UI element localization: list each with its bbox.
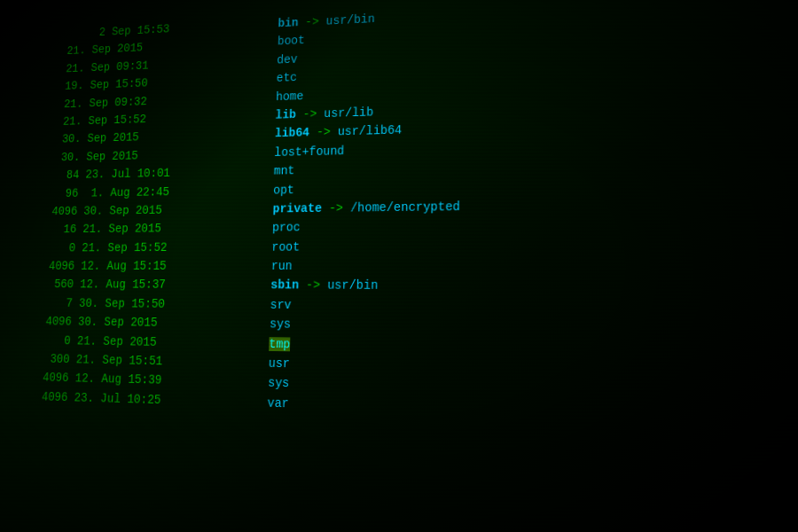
dir-name: home — [276, 87, 304, 106]
dir-name: etc — [276, 68, 297, 88]
line-meta: 4096 12. Aug 15:15 — [48, 256, 271, 276]
dir-name: tmp — [269, 334, 291, 355]
dir-name: srv — [270, 295, 291, 315]
dir-name: lib64 — [275, 123, 310, 143]
dir-name: opt — [273, 180, 294, 200]
line-meta: 16 21. Sep 2015 — [51, 218, 273, 239]
terminal-screen: 2 Sep 15:53 bin -> usr/bin 21. Sep 2015 … — [0, 0, 798, 532]
dir-name: bin — [278, 13, 299, 33]
terminal-content: 2 Sep 15:53 bin -> usr/bin 21. Sep 2015 … — [0, 0, 798, 532]
dir-name: usr — [268, 354, 290, 374]
dir-name: var — [267, 393, 289, 413]
terminal-line-14: 4096 12. Aug 15:15 run — [33, 255, 798, 277]
line-meta: 560 12. Aug 15:37 — [47, 276, 270, 295]
dir-name: sys — [268, 373, 290, 394]
terminal-line-13: 0 21. Sep 15:52 root — [35, 234, 798, 257]
dir-name: dev — [277, 51, 298, 70]
line-meta: 4096 30. Sep 2015 — [51, 200, 273, 221]
dir-name: sbin — [270, 276, 299, 295]
dir-name: lib — [275, 106, 296, 125]
line-meta: 0 21. Sep 15:52 — [50, 238, 272, 257]
dir-name: proc — [272, 218, 301, 238]
dir-name: lost+found — [274, 142, 344, 162]
dir-name: boot — [278, 32, 305, 51]
line-meta: 7 30. Sep 15:50 — [46, 293, 270, 314]
dir-name: run — [271, 256, 293, 276]
dir-name: sys — [270, 315, 292, 334]
dir-name: root — [271, 238, 300, 257]
highlighted-tmp: tmp — [269, 337, 290, 351]
dir-name: mnt — [274, 161, 295, 181]
dir-name: private — [272, 199, 322, 218]
